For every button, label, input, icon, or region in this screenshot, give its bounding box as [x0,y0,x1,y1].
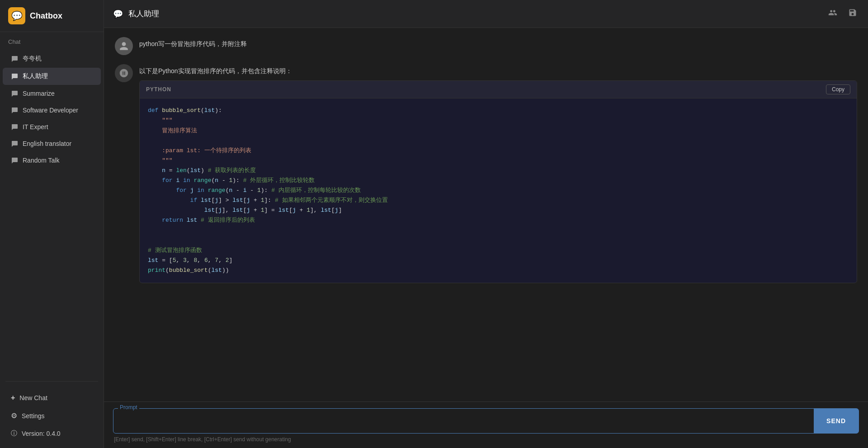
chat-icon-active [11,73,18,80]
chat-icon [11,55,18,62]
code-line: # 测试冒泡排序函数 [148,246,849,256]
code-line: for i in range(n - 1): # 外层循环，控制比较轮数 [148,176,849,186]
chat-icon-summarize [11,90,18,97]
sidebar-item-kuakuaji[interactable]: 夸夸机 [3,50,101,67]
sidebar-item-summarize[interactable]: Summarize [3,85,101,102]
header-save-button[interactable] [846,6,859,21]
header-title: 私人助理 [128,9,159,19]
app-logo: 💬 Chatbox [0,0,104,32]
version-item: ⓘ Version: 0.4.0 [3,425,101,442]
sidebar-item-random-talk[interactable]: Random Talk [3,152,101,168]
header-actions [826,6,859,21]
chat-icon-en [11,140,18,147]
code-line [148,226,849,236]
code-line [148,136,849,146]
sidebar-item-label: Summarize [23,90,55,97]
code-header: PYTHON Copy [140,81,857,98]
user-avatar [115,37,133,55]
code-line: if lst[j] > lst[j + 1]: # 如果相邻两个元素顺序不对，则… [148,196,849,205]
code-line: def bubble_sort(lst): [148,106,849,116]
sidebar-item-it-expert[interactable]: IT Expert [3,119,101,135]
sidebar: 💬 Chatbox Chat 夸夸机 私人助理 Summarize [0,0,104,448]
header-chat-icon: 💬 [113,9,123,19]
prompt-input[interactable] [113,409,814,433]
sidebar-item-label: IT Expert [23,123,48,131]
chat-icon-random [11,157,18,164]
logo-icon: 💬 [8,7,25,24]
input-area: Prompt SEND [Enter] send, [Shift+Enter] … [104,401,868,448]
plus-icon: + [11,394,15,402]
sidebar-item-english-translator[interactable]: English translator [3,135,101,152]
header-left: 💬 私人助理 [113,9,159,19]
user-icon [119,41,129,51]
settings-button[interactable]: ⚙ Settings [3,407,101,425]
code-line: n = len(lst) # 获取列表的长度 [148,166,849,176]
main-content: 💬 私人助理 python [104,0,868,448]
copy-button[interactable]: Copy [826,84,850,94]
new-chat-button[interactable]: + New Chat [3,389,101,406]
code-line: """ [148,156,849,166]
sidebar-item-software-developer[interactable]: Software Developer [3,102,101,118]
settings-label: Settings [22,412,45,420]
user-message-content: python写一份冒泡排序代码，并附注释 [139,37,857,53]
code-line: 冒泡排序算法 [148,126,849,136]
code-body: def bubble_sort(lst): """ 冒泡排序算法 :param … [140,98,857,283]
chat-icon-sw [11,107,18,114]
sidebar-section-chat: Chat [0,32,104,48]
prompt-label: Prompt [118,404,139,411]
info-icon: ⓘ [11,429,17,438]
input-wrapper: Prompt SEND [113,408,859,434]
code-line: lst = [5, 3, 8, 6, 7, 2] [148,256,849,266]
code-line: :param lst: 一个待排序的列表 [148,146,849,156]
code-language: PYTHON [146,86,171,93]
bot-avatar [115,64,133,82]
header-persons-button[interactable] [826,6,839,21]
send-button[interactable]: SEND [814,409,859,433]
code-line [148,236,849,246]
code-line: return lst # 返回排序后的列表 [148,215,849,225]
chat-area: python写一份冒泡排序代码，并附注释 以下是Python实现冒泡排序的代码，… [104,28,868,401]
app-title: Chatbox [30,11,62,21]
sidebar-divider [5,381,98,382]
sidebar-item-private-assistant[interactable]: 私人助理 [3,68,101,85]
code-line: print(bubble_sort(lst)) [148,266,849,275]
bot-icon [119,68,129,78]
input-hint: [Enter] send, [Shift+Enter] line break, … [113,434,859,443]
user-message-text: python写一份冒泡排序代码，并附注释 [139,39,857,49]
sidebar-item-label: 私人助理 [23,72,48,80]
bot-message-text: 以下是Python实现冒泡排序的代码，并包含注释说明： [139,66,857,76]
code-line: for j in range(n - i - 1): # 内层循环，控制每轮比较… [148,186,849,196]
sidebar-item-label: 夸夸机 [23,55,42,63]
sidebar-nav: 夸夸机 私人助理 Summarize Software Developer IT [0,48,104,378]
user-message: python写一份冒泡排序代码，并附注释 [115,37,857,55]
header: 💬 私人助理 [104,0,868,28]
gear-icon: ⚙ [11,411,17,420]
new-chat-label: New Chat [19,394,47,401]
code-line: """ [148,116,849,126]
bot-message: 以下是Python实现冒泡排序的代码，并包含注释说明： PYTHON Copy … [115,64,857,283]
code-line: lst[j], lst[j + 1] = lst[j + 1], lst[j] [148,205,849,215]
chat-icon-it [11,123,18,131]
save-icon [848,8,857,17]
sidebar-item-label: English translator [23,140,71,147]
sidebar-bottom: + New Chat ⚙ Settings ⓘ Version: 0.4.0 [0,385,104,448]
version-label: Version: 0.4.0 [22,430,61,437]
persons-icon [828,8,837,17]
bot-message-content: 以下是Python实现冒泡排序的代码，并包含注释说明： PYTHON Copy … [139,64,857,283]
sidebar-item-label: Software Developer [23,107,78,114]
sidebar-item-label: Random Talk [23,157,59,164]
code-block: PYTHON Copy def bubble_sort(lst): """ 冒泡… [139,80,857,283]
